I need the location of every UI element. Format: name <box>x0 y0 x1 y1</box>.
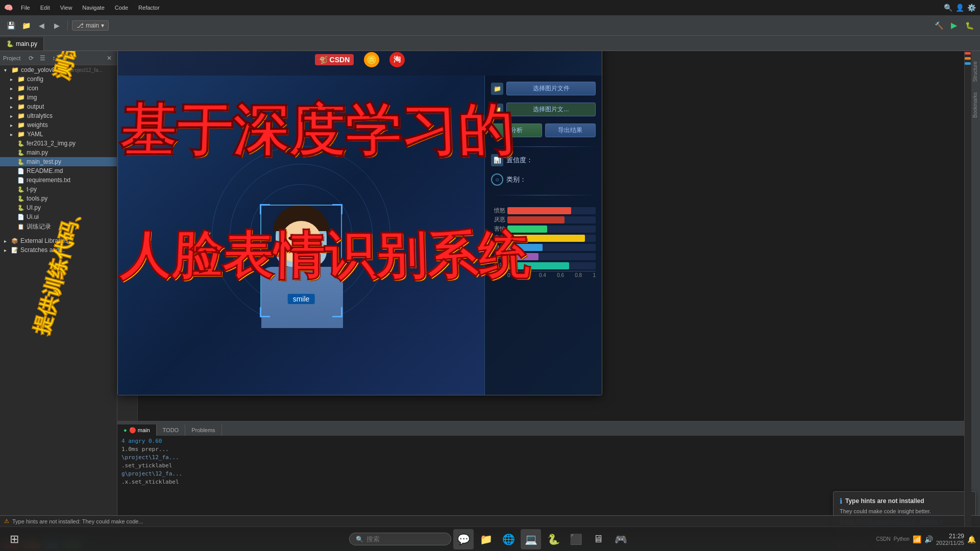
taskbar-python[interactable]: 🐍 <box>543 529 564 549</box>
ext-libs-icon: 📦 <box>11 238 18 244</box>
taskbar-app-1[interactable]: 🖥 <box>588 529 608 549</box>
output-folder-icon: 📁 <box>17 103 25 110</box>
run-tab-problems[interactable]: Problems <box>185 424 222 436</box>
chart-bar-bg <box>507 207 596 214</box>
open-button[interactable]: 📁 <box>19 19 33 32</box>
gutter-error-1 <box>965 52 971 55</box>
branch-selector[interactable]: ⎇ main ▾ <box>72 20 109 31</box>
taskbar-app-2[interactable]: 🎮 <box>610 529 631 549</box>
run-tab-icon: ● <box>124 427 127 433</box>
tree-icon[interactable]: ▸ 📁 icon <box>0 84 117 93</box>
tree-train-log[interactable]: 📋 训练记录 <box>0 221 117 232</box>
taskbar-chat[interactable]: 💬 <box>453 529 474 549</box>
icon-folder-icon: 📁 <box>17 85 25 92</box>
debug-button[interactable]: 🐛 <box>963 19 976 32</box>
menu-edit[interactable]: Edit <box>38 4 52 12</box>
start-menu-button[interactable]: ⊞ <box>4 529 24 549</box>
coin-icon[interactable]: 🪙 <box>364 52 379 67</box>
close-sidebar-icon[interactable]: ✕ <box>105 54 114 63</box>
tree-main-test[interactable]: 🐍 main_test.py <box>0 157 117 166</box>
search-input-taskbar[interactable] <box>366 535 438 543</box>
tree-ui-py[interactable]: 🐍 UI.py <box>0 203 117 212</box>
search-icon-top[interactable]: 🔍 <box>944 4 952 12</box>
back-button[interactable]: ◀ <box>35 19 48 32</box>
run-button[interactable]: ▶ <box>947 19 961 32</box>
select-image2-button[interactable]: 选择图片文... <box>506 103 596 116</box>
user-icon[interactable]: 👤 <box>955 4 964 12</box>
taskbar-files[interactable]: 📁 <box>476 529 496 549</box>
tree-fer2013[interactable]: 🐍 fer2013_2_img.py <box>0 139 117 148</box>
run-tab-run[interactable]: ● 🔴 main <box>117 424 157 436</box>
csdn-logo[interactable]: 🐒 CSDN <box>315 54 354 65</box>
emotion-chart: 愤怒厌恶害怕高兴自然悲伤惊讶 0 0.2 0.4 0.6 0.8 1 <box>491 207 596 278</box>
weights-arrow: ▸ <box>10 122 15 128</box>
tree-requirements[interactable]: 📄 requirements.txt <box>0 176 117 185</box>
warning-banner: ⚠ Type hints are not installed: They cou… <box>0 515 980 527</box>
tree-root[interactable]: ▾ 📁 code_yolov8 D:\g\project12_fa... <box>0 65 117 74</box>
tree-scratches[interactable]: ▸ 📝 Scratches and... <box>0 245 117 255</box>
tree-img[interactable]: ▸ 📁 img <box>0 93 117 102</box>
tree-ultralytics[interactable]: ▸ 📁 ultralytics <box>0 111 117 120</box>
forward-button[interactable]: ▶ <box>50 19 63 32</box>
right-eye <box>306 236 314 240</box>
taskbar-intellij[interactable]: 💻 <box>521 529 541 549</box>
editor-tab-bar: 🐍 main.py <box>0 36 980 51</box>
chart-bar-bg <box>507 262 596 269</box>
chart-bar-bg <box>507 253 596 260</box>
clock-time: 21:29 <box>936 533 964 540</box>
save-button[interactable]: 💾 <box>4 19 17 32</box>
tree-main-py[interactable]: 🐍 main.py <box>0 148 117 157</box>
taobao-icon[interactable]: 淘 <box>389 52 405 67</box>
run-line-5: g\project\12_fa... <box>121 470 976 479</box>
run-tab-todo[interactable]: TODO <box>157 424 186 436</box>
tab-main-py[interactable]: 🐍 main.py <box>0 37 44 51</box>
menu-refactor[interactable]: Refactor <box>136 4 162 12</box>
gutter-info-1 <box>965 62 971 65</box>
output-arrow: ▸ <box>10 104 15 110</box>
time-display: 21:29 2022/11/25 <box>936 533 964 546</box>
taskbar-left: ⊞ <box>4 529 24 549</box>
tree-output[interactable]: ▸ 📁 output <box>0 102 117 111</box>
ctrl-divider-2 <box>491 195 596 195</box>
settings-icon[interactable]: ⚙️ <box>967 4 976 12</box>
export-button[interactable]: 导出结果 <box>545 123 596 137</box>
notification-bell[interactable]: 🔔 <box>967 535 976 543</box>
structure-label[interactable]: Structure <box>972 61 978 82</box>
sort-icon[interactable]: ↕ <box>49 54 58 63</box>
tree-readme[interactable]: 📄 README.md <box>0 166 117 176</box>
scratches-icon: 📝 <box>11 247 18 254</box>
menu-navigate[interactable]: Navigate <box>80 4 106 12</box>
tree-ui-ui[interactable]: 📄 Ui.ui <box>0 212 117 221</box>
editor-gutter <box>964 51 971 538</box>
collapse-icon[interactable]: ☰ <box>38 54 47 63</box>
sync-icon[interactable]: ⟳ <box>27 54 36 63</box>
taskbar-edge[interactable]: 🌐 <box>498 529 519 549</box>
build-button[interactable]: 🔨 <box>932 19 945 32</box>
tree-tools[interactable]: 🐍 tools.py <box>0 194 117 203</box>
chart-bars-container: 愤怒厌恶害怕高兴自然悲伤惊讶 <box>491 207 596 269</box>
tree-config[interactable]: ▸ 📁 config <box>0 74 117 84</box>
tree-weights[interactable]: ▸ 📁 weights <box>0 120 117 130</box>
ui-py-icon: 🐍 <box>17 205 24 211</box>
analyze-button[interactable]: 分析 <box>491 123 542 137</box>
menu-code[interactable]: Code <box>113 4 130 12</box>
ui-ui-label: Ui.ui <box>27 213 39 220</box>
tree-yaml[interactable]: ▸ 📁 YAML <box>0 130 117 139</box>
sidebar-toolbar: Project ⟳ ☰ ↕ ⚙ ✕ <box>0 51 117 65</box>
menu-file[interactable]: File <box>19 4 32 12</box>
settings-sidebar-icon[interactable]: ⚙ <box>60 54 69 63</box>
face-canvas: smile <box>118 76 484 395</box>
main-py-icon: 🐍 <box>17 149 24 156</box>
tree-tpy[interactable]: 🐍 t-py <box>0 185 117 194</box>
os-menubar: 🧠 File Edit View Navigate Code Refactor … <box>0 0 980 15</box>
menu-view[interactable]: View <box>58 4 75 12</box>
bookmarks-label[interactable]: Bookmarks <box>972 92 978 118</box>
select-image-button[interactable]: 选择图片文件 <box>506 82 596 95</box>
project-sidebar: Project ⟳ ☰ ↕ ⚙ ✕ ▾ 📁 code_yolov8 D:\g\p… <box>0 51 117 533</box>
corner-bl <box>260 307 270 317</box>
network-icon[interactable]: 📶 <box>913 535 921 543</box>
tree-external-libs[interactable]: ▸ 📦 External Libraries <box>0 236 117 245</box>
taskbar-terminal[interactable]: ⬛ <box>566 529 586 549</box>
select-image-row2: 📁 选择图片文... <box>491 103 596 116</box>
volume-icon[interactable]: 🔊 <box>924 535 933 543</box>
